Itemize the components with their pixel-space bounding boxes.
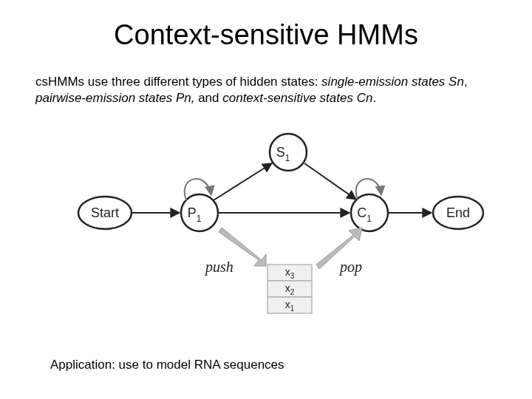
slide-title: Context-sensitive HMMs [0, 19, 532, 51]
desc-text-2: single-emission states Sn [321, 75, 464, 89]
desc-text-1: csHMMs use three different types of hidd… [35, 75, 321, 89]
stack: x3 x2 x1 [267, 265, 312, 313]
description: csHMMs use three different types of hidd… [35, 74, 491, 106]
desc-text-7: . [372, 91, 376, 105]
desc-text-3: , [464, 75, 468, 89]
node-s1 [270, 134, 307, 171]
node-start-label: Start [91, 205, 119, 220]
push-label: push [204, 259, 233, 276]
node-end-label: End [446, 205, 470, 220]
desc-text-4: pairwise-emission states Pn, [35, 91, 198, 105]
pop-label: pop [338, 259, 362, 276]
desc-text-5: and [198, 91, 222, 105]
edge-s1-c1 [304, 163, 356, 200]
hmm-diagram: Start P1 S1 C1 End x3 x2 x1 push pop [74, 124, 488, 346]
desc-text-6: context-sensitive states Cn [222, 91, 372, 105]
application-text: Application: use to model RNA sequences [50, 358, 284, 372]
edge-p1-s1 [214, 163, 272, 200]
